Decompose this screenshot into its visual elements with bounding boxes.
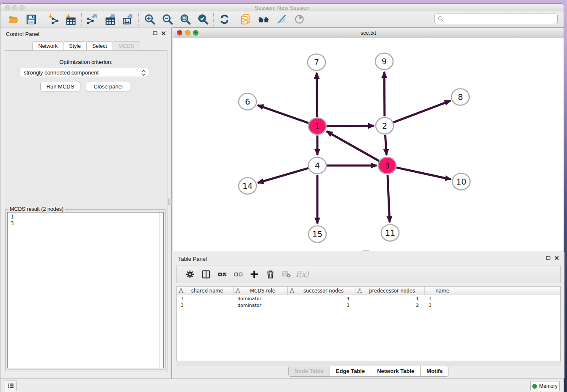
columns-button[interactable] bbox=[198, 267, 214, 282]
tab-network-table[interactable]: Network Table bbox=[371, 366, 421, 376]
function-button[interactable]: f(x) bbox=[295, 267, 311, 282]
select-all-button[interactable] bbox=[214, 267, 230, 282]
close-table-panel-icon[interactable] bbox=[554, 255, 559, 261]
export-image-icon bbox=[122, 14, 134, 25]
select-all-icon bbox=[217, 270, 227, 279]
column-header-MCDS-role[interactable]: MCDS role bbox=[234, 287, 288, 295]
graph-node-1[interactable]: 1 bbox=[308, 118, 326, 135]
edge-2-3[interactable] bbox=[385, 135, 386, 155]
column-header-successor-nodes[interactable]: successor nodes bbox=[288, 287, 355, 295]
edge-1-2[interactable] bbox=[327, 126, 374, 126]
hide-panels-button[interactable] bbox=[272, 13, 290, 26]
graph-node-15[interactable]: 15 bbox=[308, 226, 326, 243]
zoom-in-icon bbox=[144, 14, 155, 25]
edge-1-6[interactable] bbox=[258, 105, 309, 123]
graph-node-4[interactable]: 4 bbox=[308, 157, 326, 174]
deselect-all-icon bbox=[234, 270, 243, 279]
tab-node-table[interactable]: Node Table bbox=[289, 366, 330, 376]
memory-status-icon bbox=[532, 384, 537, 389]
table-header-row: shared nameMCDS rolesuccessor nodesprede… bbox=[177, 287, 560, 295]
graph-node-6[interactable]: 6 bbox=[239, 94, 256, 110]
table-tabs: Node TableEdge TableNetwork TableMotifs bbox=[173, 366, 564, 377]
show-panels-button[interactable] bbox=[290, 13, 308, 26]
table-cell: 4 bbox=[288, 295, 355, 302]
delete-row-icon bbox=[266, 270, 275, 279]
gear-button[interactable] bbox=[182, 267, 198, 282]
refresh-view-button[interactable] bbox=[215, 13, 233, 26]
import-network-button[interactable] bbox=[44, 13, 62, 26]
show-networks-home-button[interactable] bbox=[255, 13, 272, 26]
graph-node-2[interactable]: 2 bbox=[376, 118, 394, 134]
delete-row-button[interactable] bbox=[262, 267, 278, 282]
edge-3-11[interactable] bbox=[388, 175, 390, 222]
column-header-name[interactable]: name bbox=[425, 287, 461, 295]
export-image-button[interactable] bbox=[119, 13, 137, 26]
float-panel-icon[interactable] bbox=[152, 30, 158, 36]
save-session-button[interactable] bbox=[22, 13, 40, 26]
column-header-predecessor-nodes[interactable]: predecessor nodes bbox=[355, 287, 425, 295]
vertical-splitter-handle[interactable] bbox=[168, 199, 172, 205]
graph-node-11[interactable]: 11 bbox=[381, 225, 399, 241]
tab-network[interactable]: Network bbox=[32, 41, 63, 50]
edge-2-9[interactable] bbox=[384, 72, 385, 116]
export-table-button[interactable] bbox=[101, 13, 119, 26]
close-panel-icon[interactable] bbox=[161, 30, 166, 36]
node-label: 8 bbox=[458, 92, 463, 102]
edge-3-1[interactable] bbox=[327, 131, 379, 161]
table-panel: Table Panel f(x) shared nameMCDS rolesuc… bbox=[173, 252, 564, 378]
mcds-result-group: MCDS result (2 nodes) 13 bbox=[6, 209, 165, 370]
table-row[interactable]: 1dominator411 bbox=[177, 295, 560, 302]
graph-node-3[interactable]: 3 bbox=[378, 157, 396, 174]
zoom-selected-button[interactable] bbox=[194, 13, 212, 26]
graph-node-10[interactable]: 10 bbox=[452, 174, 470, 190]
tab-select[interactable]: Select bbox=[86, 41, 113, 50]
graph-node-9[interactable]: 9 bbox=[375, 53, 393, 70]
graph-node-8[interactable]: 8 bbox=[451, 89, 469, 105]
duplicate-network-button[interactable] bbox=[237, 13, 255, 26]
delete-table-button[interactable] bbox=[278, 267, 295, 282]
mcds-result-textarea[interactable]: 13 bbox=[7, 212, 164, 368]
column-header-shared-name[interactable]: shared name bbox=[177, 287, 234, 295]
add-row-button[interactable] bbox=[246, 267, 262, 282]
edge-1-7[interactable] bbox=[317, 73, 317, 117]
tab-style[interactable]: Style bbox=[63, 41, 87, 50]
import-table-button[interactable] bbox=[62, 13, 80, 26]
edge-2-8[interactable] bbox=[394, 101, 451, 122]
open-file-button[interactable] bbox=[5, 13, 22, 26]
zoom-fit-button[interactable] bbox=[176, 13, 194, 26]
zoom-out-button[interactable] bbox=[158, 13, 176, 26]
add-row-icon bbox=[250, 270, 259, 279]
network-canvas[interactable]: 1234678910111415 bbox=[173, 38, 564, 251]
export-network-button[interactable] bbox=[83, 13, 101, 26]
horizontal-splitter-handle[interactable] bbox=[363, 250, 369, 251]
table-row[interactable]: 3dominator323 bbox=[177, 302, 560, 309]
memory-button[interactable]: Memory bbox=[530, 381, 560, 391]
search-input[interactable] bbox=[446, 14, 557, 24]
search-box[interactable] bbox=[434, 14, 558, 24]
result-scrollbar[interactable] bbox=[159, 213, 163, 368]
tab-edge-table[interactable]: Edge Table bbox=[330, 366, 371, 376]
edge-4-14[interactable] bbox=[258, 168, 308, 183]
task-list-icon bbox=[7, 383, 14, 389]
graph-node-14[interactable]: 14 bbox=[239, 178, 256, 194]
export-table-icon bbox=[104, 14, 116, 25]
svg-text:f(x): f(x) bbox=[296, 270, 309, 279]
tab-motifs[interactable]: Motifs bbox=[421, 366, 449, 376]
control-panel: Control Panel NetworkStyleSelectMCDS Opt… bbox=[0, 28, 171, 378]
tree-icon bbox=[235, 288, 240, 293]
edge-3-10[interactable] bbox=[396, 168, 451, 179]
tab-mcds[interactable]: MCDS bbox=[113, 41, 140, 50]
zoom-in-button[interactable] bbox=[140, 13, 158, 26]
close-panel-button[interactable]: Close panel bbox=[86, 82, 130, 91]
graph-node-7[interactable]: 7 bbox=[308, 54, 325, 71]
column-label: name bbox=[427, 288, 461, 294]
float-table-panel-icon[interactable] bbox=[545, 255, 551, 261]
criterion-select[interactable]: strongly connected component bbox=[19, 68, 149, 77]
column-label: shared name bbox=[184, 288, 233, 294]
deselect-all-button[interactable] bbox=[230, 267, 246, 282]
network-graph: 1234678910111415 bbox=[173, 38, 564, 251]
run-mcds-button[interactable]: Run MCDS bbox=[40, 82, 80, 91]
zoom-out-icon bbox=[162, 14, 173, 25]
app-window: Session: New Session Control Panel Netwo… bbox=[0, 3, 564, 392]
task-list-button[interactable] bbox=[5, 381, 17, 391]
